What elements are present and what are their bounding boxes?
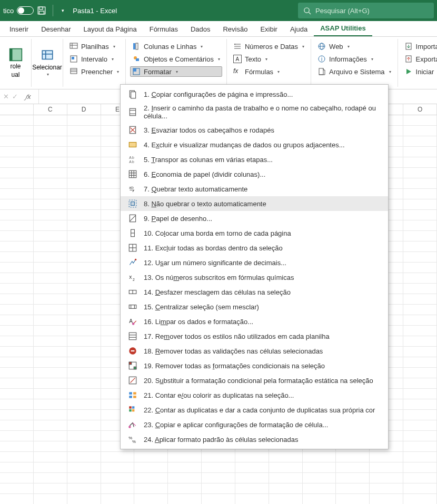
grid-cell[interactable]: [0, 389, 34, 399]
grid-cell[interactable]: [34, 462, 67, 473]
format-menu-item-18[interactable]: 18. Remover todas as validações nas célu…: [121, 344, 388, 358]
iniciar-button[interactable]: Iniciar▾: [402, 66, 437, 77]
grid-cell[interactable]: [202, 473, 235, 483]
grid-cell[interactable]: [34, 189, 67, 199]
grid-cell[interactable]: [134, 452, 168, 462]
tab-revisão[interactable]: Revisão: [216, 22, 254, 36]
format-menu-item-12[interactable]: 12. Usar um número significante de decim…: [121, 255, 388, 270]
grid-cell[interactable]: [403, 494, 437, 504]
grid-cell[interactable]: [0, 336, 34, 347]
grid-cell[interactable]: [0, 483, 34, 494]
grid-cell[interactable]: [403, 336, 437, 347]
grid-cell[interactable]: [34, 115, 67, 126]
grid-cell[interactable]: [403, 410, 437, 420]
grid-cell[interactable]: [34, 389, 67, 399]
grid-cell[interactable]: [269, 473, 303, 483]
grid-cell[interactable]: [370, 462, 403, 473]
grid-cell[interactable]: [403, 284, 437, 294]
formatar-button[interactable]: Formatar▾: [130, 66, 222, 77]
grid-cell[interactable]: [235, 452, 269, 462]
grid-cell[interactable]: [34, 441, 67, 452]
grid-cell[interactable]: [336, 462, 370, 473]
format-menu-item-14[interactable]: 14. Desfazer mesclagem das células na se…: [121, 285, 388, 299]
grid-cell[interactable]: [403, 126, 437, 136]
info-button[interactable]: iInformações▾: [315, 54, 393, 64]
format-menu-item-3[interactable]: 3. Esvaziar todos os cabeçalhos e rodapé…: [121, 123, 388, 137]
grid-cell[interactable]: [370, 483, 403, 494]
grid-cell[interactable]: [269, 494, 303, 504]
web-button[interactable]: Web▾: [315, 41, 393, 52]
grid-cell[interactable]: [67, 389, 101, 399]
format-menu-item-4[interactable]: 4. Excluir e visualizar mudanças de dado…: [121, 137, 388, 152]
grid-cell[interactable]: [202, 494, 235, 504]
grid-cell[interactable]: [34, 199, 67, 210]
grid-cell[interactable]: [67, 336, 101, 347]
autosave-toggle[interactable]: [17, 6, 34, 15]
grid-cell[interactable]: [0, 378, 34, 389]
grid-cell[interactable]: [168, 494, 202, 504]
grid-cell[interactable]: [0, 199, 34, 210]
grid-cell[interactable]: [0, 315, 34, 326]
grid-cell[interactable]: [0, 189, 34, 199]
formulas-button[interactable]: fxFórmulas▾: [231, 66, 306, 77]
grid-cell[interactable]: [202, 452, 235, 462]
grid-cell[interactable]: [34, 357, 67, 368]
grid-cell[interactable]: [202, 483, 235, 494]
grid-cell[interactable]: [34, 378, 67, 389]
grid-cell[interactable]: [34, 136, 67, 147]
save-icon[interactable]: [37, 6, 46, 15]
grid-cell[interactable]: [67, 378, 101, 389]
grid-cell[interactable]: [34, 452, 67, 462]
grid-cell[interactable]: [403, 368, 437, 378]
grid-cell[interactable]: [67, 347, 101, 357]
grid-cell[interactable]: [0, 473, 34, 483]
format-menu-item-19[interactable]: 19. Remover todas as formatações condici…: [121, 358, 388, 373]
grid-cell[interactable]: [34, 220, 67, 231]
grid-cell[interactable]: [67, 220, 101, 231]
grid-cell[interactable]: [67, 294, 101, 305]
grid-cell[interactable]: [67, 473, 101, 483]
grid-cell[interactable]: [403, 305, 437, 315]
tab-inserir[interactable]: Inserir: [3, 22, 35, 36]
grid-cell[interactable]: [0, 178, 34, 189]
grid-cell[interactable]: [336, 494, 370, 504]
tab-fórmulas[interactable]: Fórmulas: [143, 22, 184, 36]
grid-cell[interactable]: [0, 494, 34, 504]
grid-cell[interactable]: [67, 189, 101, 199]
grid-cell[interactable]: [101, 473, 135, 483]
format-menu-item-22[interactable]: 22. Contar as duplicatas e dar a cada co…: [121, 402, 388, 417]
grid-cell[interactable]: [303, 452, 336, 462]
grid-cell[interactable]: [0, 399, 34, 410]
grid-cell[interactable]: [67, 263, 101, 273]
grid-cell[interactable]: [67, 273, 101, 284]
grid-cell[interactable]: [403, 483, 437, 494]
grid-cell[interactable]: [370, 452, 403, 462]
format-menu-item-21[interactable]: 21. Contar e/ou colorir as duplicatas na…: [121, 388, 388, 402]
grid-cell[interactable]: [34, 168, 67, 178]
grid-cell[interactable]: [403, 263, 437, 273]
grid-cell[interactable]: [303, 494, 336, 504]
grid-cell[interactable]: [403, 220, 437, 231]
grid-cell[interactable]: [67, 410, 101, 420]
grid-cell[interactable]: [202, 462, 235, 473]
grid-cell[interactable]: [0, 452, 34, 462]
grid-cell[interactable]: [0, 241, 34, 252]
grid-cell[interactable]: [67, 231, 101, 241]
grid-cell[interactable]: [403, 157, 437, 168]
grid-cell[interactable]: [34, 263, 67, 273]
tab-exibir[interactable]: Exibir: [254, 22, 284, 36]
grid-cell[interactable]: [67, 126, 101, 136]
tab-desenhar[interactable]: Desenhar: [35, 22, 77, 36]
grid-cell[interactable]: [67, 305, 101, 315]
grid-cell[interactable]: [0, 294, 34, 305]
format-menu-item-13[interactable]: x213. Os números subscritos em fórmulas …: [121, 270, 388, 285]
grid-cell[interactable]: [168, 452, 202, 462]
grid-cell[interactable]: [370, 494, 403, 504]
tab-dados[interactable]: Dados: [184, 22, 217, 36]
grid-cell[interactable]: [67, 252, 101, 263]
grid-cell[interactable]: [34, 305, 67, 315]
format-menu-item-9[interactable]: 9. Papel de desenho...: [121, 211, 388, 226]
grid-cell[interactable]: [403, 294, 437, 305]
grid-cell[interactable]: [67, 357, 101, 368]
grid-cell[interactable]: [101, 494, 135, 504]
